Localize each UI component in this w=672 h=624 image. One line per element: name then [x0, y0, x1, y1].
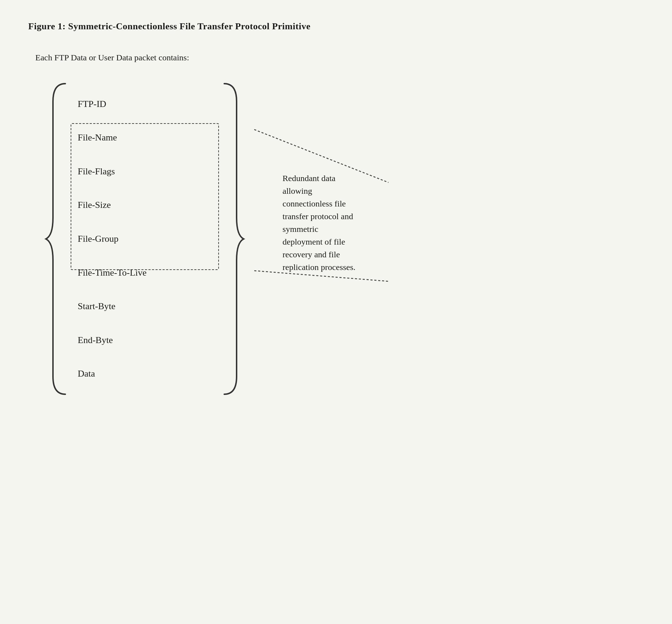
left-brace	[42, 80, 71, 398]
field-file-size: File-Size	[71, 196, 219, 214]
figure-title: Figure 1: Symmetric-Connectionless File …	[28, 21, 644, 32]
right-brace	[219, 80, 247, 398]
diagram-container: FTP-ID File-Name File-Flags File-Size Fi…	[42, 80, 644, 398]
annotation-text: Redundant data allowing connectionless f…	[283, 172, 417, 274]
field-start-byte: Start-Byte	[71, 298, 219, 315]
fields-list: FTP-ID File-Name File-Flags File-Size Fi…	[71, 80, 219, 398]
fields-wrapper: FTP-ID File-Name File-Flags File-Size Fi…	[71, 80, 219, 398]
field-end-byte: End-Byte	[71, 331, 219, 349]
field-file-time-to-live: File-Time-To-Live	[71, 264, 219, 282]
field-ftp-id: FTP-ID	[71, 95, 219, 113]
field-data: Data	[71, 365, 219, 383]
field-file-flags: File-Flags	[71, 163, 219, 180]
intro-text: Each FTP Data or User Data packet contai…	[35, 53, 644, 62]
annotation-line-1: Redundant data allowing connectionless f…	[283, 174, 356, 272]
field-file-name: File-Name	[71, 129, 219, 146]
field-file-group: File-Group	[71, 230, 219, 248]
annotation-container: Redundant data allowing connectionless f…	[254, 80, 417, 398]
